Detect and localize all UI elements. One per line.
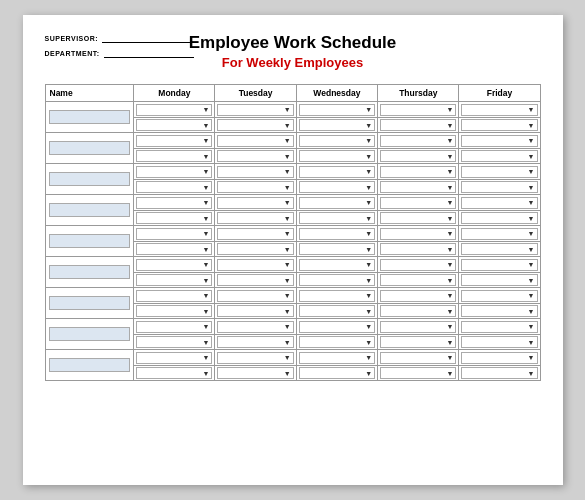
dropdown-box[interactable]: ▼: [461, 119, 537, 131]
time-cell-start[interactable]: ▼: [459, 164, 540, 180]
time-cell-start[interactable]: ▼: [459, 226, 540, 242]
name-cell[interactable]: [45, 350, 134, 381]
time-cell-start[interactable]: ▼: [215, 350, 296, 366]
time-cell-start[interactable]: ▼: [378, 133, 459, 149]
name-input-box[interactable]: [49, 141, 131, 155]
time-cell-end[interactable]: ▼: [215, 335, 296, 350]
name-input-box[interactable]: [49, 265, 131, 279]
name-input-box[interactable]: [49, 203, 131, 217]
dropdown-box[interactable]: ▼: [136, 336, 212, 348]
time-cell-start[interactable]: ▼: [378, 102, 459, 118]
time-cell-end[interactable]: ▼: [459, 304, 540, 319]
time-cell-end[interactable]: ▼: [296, 304, 377, 319]
time-cell-start[interactable]: ▼: [134, 102, 215, 118]
dropdown-box[interactable]: ▼: [136, 352, 212, 364]
time-cell-end[interactable]: ▼: [378, 211, 459, 226]
dropdown-box[interactable]: ▼: [380, 305, 456, 317]
dropdown-box[interactable]: ▼: [380, 150, 456, 162]
dropdown-box[interactable]: ▼: [461, 305, 537, 317]
time-cell-start[interactable]: ▼: [459, 102, 540, 118]
time-cell-start[interactable]: ▼: [296, 164, 377, 180]
dropdown-box[interactable]: ▼: [461, 321, 537, 333]
dropdown-box[interactable]: ▼: [136, 228, 212, 240]
time-cell-end[interactable]: ▼: [215, 242, 296, 257]
dropdown-box[interactable]: ▼: [380, 352, 456, 364]
dropdown-box[interactable]: ▼: [299, 290, 375, 302]
dropdown-box[interactable]: ▼: [217, 150, 293, 162]
dropdown-box[interactable]: ▼: [461, 243, 537, 255]
dropdown-box[interactable]: ▼: [380, 104, 456, 116]
dropdown-box[interactable]: ▼: [299, 228, 375, 240]
dropdown-box[interactable]: ▼: [217, 321, 293, 333]
dropdown-box[interactable]: ▼: [136, 305, 212, 317]
time-cell-start[interactable]: ▼: [134, 350, 215, 366]
dropdown-box[interactable]: ▼: [380, 367, 456, 379]
dropdown-box[interactable]: ▼: [299, 104, 375, 116]
dropdown-box[interactable]: ▼: [461, 367, 537, 379]
time-cell-end[interactable]: ▼: [459, 366, 540, 381]
name-input-box[interactable]: [49, 327, 131, 341]
time-cell-end[interactable]: ▼: [459, 118, 540, 133]
time-cell-start[interactable]: ▼: [134, 133, 215, 149]
dropdown-box[interactable]: ▼: [461, 212, 537, 224]
time-cell-end[interactable]: ▼: [378, 304, 459, 319]
name-cell[interactable]: [45, 226, 134, 257]
dropdown-box[interactable]: ▼: [380, 197, 456, 209]
name-input-box[interactable]: [49, 172, 131, 186]
time-cell-start[interactable]: ▼: [215, 226, 296, 242]
dropdown-box[interactable]: ▼: [136, 166, 212, 178]
dropdown-box[interactable]: ▼: [299, 119, 375, 131]
time-cell-end[interactable]: ▼: [459, 149, 540, 164]
time-cell-start[interactable]: ▼: [378, 195, 459, 211]
dropdown-box[interactable]: ▼: [217, 336, 293, 348]
dropdown-box[interactable]: ▼: [299, 243, 375, 255]
dropdown-box[interactable]: ▼: [217, 228, 293, 240]
dropdown-box[interactable]: ▼: [217, 305, 293, 317]
time-cell-start[interactable]: ▼: [215, 195, 296, 211]
dropdown-box[interactable]: ▼: [461, 352, 537, 364]
time-cell-end[interactable]: ▼: [134, 118, 215, 133]
time-cell-start[interactable]: ▼: [378, 257, 459, 273]
time-cell-start[interactable]: ▼: [215, 102, 296, 118]
time-cell-end[interactable]: ▼: [459, 211, 540, 226]
time-cell-end[interactable]: ▼: [215, 273, 296, 288]
time-cell-start[interactable]: ▼: [296, 226, 377, 242]
time-cell-start[interactable]: ▼: [378, 288, 459, 304]
time-cell-end[interactable]: ▼: [134, 335, 215, 350]
time-cell-start[interactable]: ▼: [459, 319, 540, 335]
dropdown-box[interactable]: ▼: [380, 166, 456, 178]
dropdown-box[interactable]: ▼: [461, 166, 537, 178]
dropdown-box[interactable]: ▼: [136, 290, 212, 302]
dropdown-box[interactable]: ▼: [299, 166, 375, 178]
time-cell-end[interactable]: ▼: [459, 180, 540, 195]
dropdown-box[interactable]: ▼: [217, 274, 293, 286]
time-cell-end[interactable]: ▼: [215, 149, 296, 164]
dropdown-box[interactable]: ▼: [380, 243, 456, 255]
dropdown-box[interactable]: ▼: [380, 135, 456, 147]
time-cell-end[interactable]: ▼: [134, 149, 215, 164]
time-cell-start[interactable]: ▼: [296, 133, 377, 149]
dropdown-box[interactable]: ▼: [299, 212, 375, 224]
time-cell-start[interactable]: ▼: [459, 257, 540, 273]
time-cell-end[interactable]: ▼: [378, 273, 459, 288]
time-cell-start[interactable]: ▼: [296, 195, 377, 211]
dropdown-box[interactable]: ▼: [461, 104, 537, 116]
time-cell-end[interactable]: ▼: [378, 180, 459, 195]
time-cell-start[interactable]: ▼: [459, 288, 540, 304]
dropdown-box[interactable]: ▼: [299, 352, 375, 364]
time-cell-start[interactable]: ▼: [296, 102, 377, 118]
time-cell-start[interactable]: ▼: [459, 350, 540, 366]
dropdown-box[interactable]: ▼: [380, 321, 456, 333]
dropdown-box[interactable]: ▼: [217, 135, 293, 147]
dropdown-box[interactable]: ▼: [461, 228, 537, 240]
time-cell-end[interactable]: ▼: [215, 180, 296, 195]
dropdown-box[interactable]: ▼: [217, 119, 293, 131]
dropdown-box[interactable]: ▼: [380, 336, 456, 348]
name-input-box[interactable]: [49, 110, 131, 124]
dropdown-box[interactable]: ▼: [461, 135, 537, 147]
time-cell-start[interactable]: ▼: [215, 288, 296, 304]
dropdown-box[interactable]: ▼: [380, 259, 456, 271]
time-cell-end[interactable]: ▼: [378, 366, 459, 381]
time-cell-start[interactable]: ▼: [215, 164, 296, 180]
dropdown-box[interactable]: ▼: [136, 150, 212, 162]
